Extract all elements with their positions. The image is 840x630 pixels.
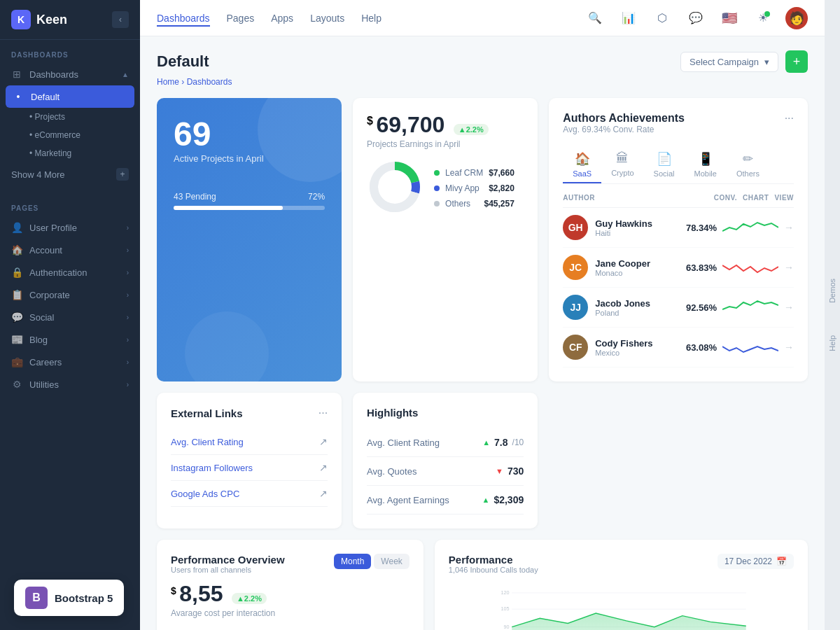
author-row-1: GH Guy Hawkins Haiti 78.34% →: [563, 208, 794, 248]
author-country-3: Poland: [595, 309, 650, 317]
authors-subtitle: Avg. 69.34% Conv. Rate: [563, 125, 685, 134]
highlight-label-1: Avg. Client Rating: [367, 438, 440, 448]
right-panel: Demos Help: [825, 0, 840, 630]
add-campaign-button[interactable]: +: [785, 50, 808, 73]
tab-dashboards[interactable]: Dashboards: [157, 10, 210, 27]
author-info-1: GH Guy Hawkins Haiti: [563, 215, 680, 240]
authors-tab-others[interactable]: ✏ Others: [727, 147, 769, 183]
add-dashboards-icon[interactable]: +: [116, 168, 129, 181]
highlight-val-1: ▲ 7.8/10: [482, 437, 524, 448]
share-icon[interactable]: ⬡: [651, 7, 673, 29]
sidebar-user-profile-label: User Profile: [29, 223, 77, 233]
progress-bar-background: [174, 206, 325, 210]
sidebar-item-default[interactable]: • Default: [6, 85, 134, 108]
author-view-1[interactable]: →: [784, 222, 794, 233]
sidebar-item-projects[interactable]: • Projects: [0, 108, 140, 126]
external-links-header: External Links ···: [171, 407, 328, 419]
author-view-2[interactable]: →: [784, 262, 794, 273]
chevron-down-icon: ▾: [764, 57, 769, 67]
demos-panel-label[interactable]: Demos: [828, 273, 836, 309]
flag-icon[interactable]: 🇺🇸: [718, 7, 741, 29]
sidebar-social-label: Social: [29, 312, 54, 323]
ext-link-text-1[interactable]: Avg. Client Rating: [171, 437, 244, 447]
top-cards-grid: 69 Active Projects in April 43 Pending 7…: [157, 98, 808, 382]
sidebar-item-user-profile[interactable]: 👤 User Profile ›: [0, 216, 140, 239]
external-links-more-button[interactable]: ···: [318, 407, 328, 419]
sidebar-item-ecommerce[interactable]: • eCommerce: [0, 126, 140, 144]
highlight-number-2: 730: [507, 465, 524, 477]
tab-help[interactable]: Help: [361, 10, 382, 27]
tab-apps[interactable]: Apps: [271, 10, 293, 27]
select-campaign-dropdown[interactable]: Select Campaign ▾: [680, 52, 778, 72]
toggle-month-button[interactable]: Month: [334, 554, 371, 569]
bottom-row-grid: Performance Overview Users from all chan…: [157, 540, 808, 630]
page-title: Default: [157, 52, 209, 71]
select-campaign-label: Select Campaign: [690, 57, 759, 67]
sidebar-item-blog[interactable]: 📰 Blog ›: [0, 328, 140, 351]
pending-row: 43 Pending 72%: [174, 192, 325, 202]
chart-icon[interactable]: 📊: [617, 7, 640, 29]
top-navigation: Dashboards Pages Apps Layouts Help 🔍 📊 ⬡…: [140, 0, 825, 36]
perf-sublabel: Avarage cost per interaction: [171, 608, 410, 618]
authors-more-button[interactable]: ···: [785, 112, 794, 125]
sidebar-dashboards-section: DASHBOARDS ⊞ Dashboards ▲ • Default • Pr…: [0, 40, 140, 193]
perf-right-subtitle: 1,046 Inbound Calls today: [449, 566, 538, 574]
show-more-label: Show 4 More: [11, 169, 65, 180]
others-tab-icon: ✏: [743, 151, 753, 167]
col-conv: CONV.: [714, 194, 737, 202]
author-chart-3: [722, 297, 778, 318]
page-content: Default Select Campaign ▾ + Home › Dashb…: [140, 36, 825, 630]
authors-tab-social[interactable]: 📄 Social: [644, 147, 685, 183]
sidebar-item-utilities[interactable]: ⚙ Utilities ›: [0, 373, 140, 396]
search-icon[interactable]: 🔍: [584, 7, 606, 29]
message-icon[interactable]: 💬: [685, 7, 707, 29]
ext-link-text-3[interactable]: Google Ads CPC: [171, 489, 239, 499]
svg-text:120: 120: [500, 589, 509, 596]
tab-layouts[interactable]: Layouts: [310, 10, 344, 27]
sidebar-item-careers[interactable]: 💼 Careers ›: [0, 351, 140, 373]
social-tab-icon: 📄: [657, 151, 672, 167]
earnings-legend: Leaf CRM $7,660 Mivy App $2,820 Others: [434, 168, 514, 209]
help-panel-label[interactable]: Help: [828, 330, 836, 357]
toggle-week-button[interactable]: Week: [374, 554, 409, 569]
user-avatar[interactable]: 🧑: [785, 7, 808, 29]
sidebar-default-label: Default: [31, 92, 59, 102]
chevron-icon: ›: [127, 358, 129, 366]
author-view-4[interactable]: →: [784, 342, 794, 353]
show-more-button[interactable]: Show 4 More: [11, 169, 65, 180]
sidebar-corporate-label: Corporate: [29, 290, 70, 300]
sidebar-account-label: Account: [29, 245, 62, 255]
tab-pages[interactable]: Pages: [227, 10, 255, 27]
authors-tab-saas[interactable]: 🏠 SaaS: [563, 147, 601, 183]
account-icon: 🏠: [11, 244, 22, 255]
breadcrumb-home[interactable]: Home: [157, 77, 179, 87]
page-header: Default Select Campaign ▾ +: [157, 50, 808, 73]
authors-title: Authors Achievements: [563, 112, 685, 125]
date-badge[interactable]: 17 Dec 2022 📅: [718, 554, 794, 569]
authors-tab-crypto[interactable]: 🏛 Crypto: [601, 147, 643, 183]
authors-card-bottom-spacer: [549, 393, 808, 528]
legend-item-mivy: Mivy App $2,820: [434, 183, 514, 193]
ext-link-text-2[interactable]: Instagram Followers: [171, 463, 253, 473]
sidebar-section-label-pages: PAGES: [0, 200, 140, 216]
authors-tab-mobile[interactable]: 📱 Mobile: [685, 147, 727, 183]
chevron-up-icon: ▲: [122, 71, 129, 78]
saas-tab-icon: 🏠: [575, 151, 590, 167]
sidebar-item-dashboards[interactable]: ⊞ Dashboards ▲: [0, 63, 140, 85]
performance-card: Performance 1,046 Inbound Calls today 17…: [435, 540, 808, 630]
sidebar-item-marketing[interactable]: • Marketing: [0, 144, 140, 162]
chevron-icon: ›: [127, 224, 129, 232]
sidebar-item-social[interactable]: 💬 Social ›: [0, 306, 140, 328]
sidebar-item-corporate[interactable]: 📋 Corporate ›: [0, 284, 140, 306]
sidebar-collapse-button[interactable]: ‹: [112, 11, 129, 28]
author-conv-1: 78.34%: [686, 223, 717, 233]
theme-toggle[interactable]: ☀: [752, 7, 774, 29]
sidebar-item-account[interactable]: 🏠 Account ›: [0, 239, 140, 261]
sidebar: K Keen ‹ DASHBOARDS ⊞ Dashboards ▲ • Def…: [0, 0, 140, 630]
sidebar-item-authentication[interactable]: 🔒 Authentication ›: [0, 261, 140, 284]
author-view-3[interactable]: →: [784, 302, 794, 313]
legend-dot-mivy: [434, 186, 440, 191]
author-avatar-3: JJ: [563, 295, 588, 320]
earnings-amount: 69,700: [376, 112, 444, 137]
author-row-3: JJ Jacob Jones Poland 92.56% →: [563, 288, 794, 328]
